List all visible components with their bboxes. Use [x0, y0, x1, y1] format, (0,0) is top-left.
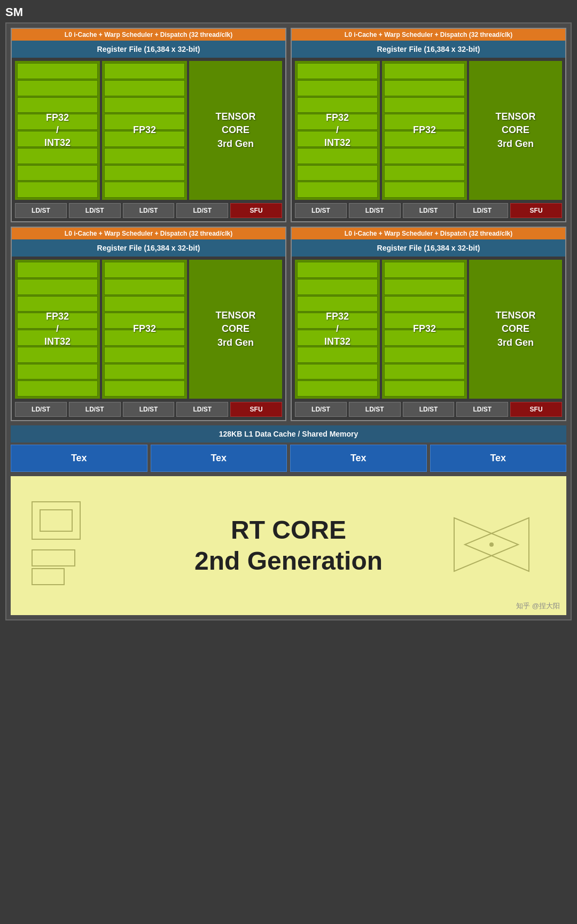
fp32-int32-col-2: FP32/INT32	[295, 61, 380, 200]
sfu-cell-1: SFU	[230, 203, 282, 218]
core-cell	[17, 80, 98, 96]
svg-rect-0	[32, 502, 80, 539]
core-cell	[297, 165, 378, 181]
core-cell	[104, 165, 185, 181]
fp32-int32-col-1: FP32/INT32	[15, 61, 100, 200]
page-wrapper: SM L0 i-Cache + Warp Scheduler + Dispatc…	[0, 0, 577, 620]
core-cell	[104, 63, 185, 79]
core-cell	[17, 279, 98, 295]
svg-point-6	[489, 542, 494, 547]
sub-proc-3: L0 i-Cache + Warp Scheduler + Dispatch (…	[11, 227, 286, 421]
ldst-cell-1: LD/ST	[15, 203, 67, 218]
ldst-cell-14: LD/ST	[349, 402, 401, 417]
sm-title: SM	[5, 5, 572, 19]
tensor-col-3: TENSORCORE3rd Gen	[189, 260, 282, 399]
core-cell	[384, 80, 465, 96]
core-cell	[384, 114, 465, 130]
tex-cell-4: Tex	[430, 445, 567, 472]
ldst-cell-10: LD/ST	[69, 402, 121, 417]
ldst-cell-2: LD/ST	[69, 203, 121, 218]
ldst-cell-8: LD/ST	[456, 203, 508, 218]
ldst-cell-6: LD/ST	[349, 203, 401, 218]
core-cell	[297, 97, 378, 113]
core-cell	[104, 364, 185, 380]
fp32-int32-col-3: FP32/INT32	[15, 260, 100, 399]
quad-grid: L0 i-Cache + Warp Scheduler + Dispatch (…	[11, 28, 566, 421]
svg-rect-2	[32, 550, 75, 566]
core-cell	[297, 381, 378, 397]
core-cell	[104, 114, 185, 130]
svg-rect-3	[32, 569, 64, 585]
core-cell	[297, 330, 378, 346]
sub-proc-1: L0 i-Cache + Warp Scheduler + Dispatch (…	[11, 28, 286, 222]
core-cell	[384, 165, 465, 181]
l0-bar-2: L0 i-Cache + Warp Scheduler + Dispatch (…	[292, 29, 565, 41]
reg-file-bar-2: Register File (16,384 x 32-bit)	[292, 41, 565, 58]
sfu-cell-4: SFU	[510, 402, 562, 417]
rt-shapes-left	[27, 496, 134, 595]
core-cell	[104, 296, 185, 312]
core-cell	[104, 131, 185, 147]
core-cell	[384, 347, 465, 363]
ldst-row-1: LD/ST LD/ST LD/ST LD/ST SFU	[12, 200, 285, 221]
rt-core-label: RT CORE 2nd Generation	[194, 515, 383, 576]
watermark: 知乎 @捏大阳	[516, 601, 560, 611]
sub-proc-4: L0 i-Cache + Warp Scheduler + Dispatch (…	[291, 227, 566, 421]
core-cell	[104, 182, 185, 198]
core-cell	[384, 296, 465, 312]
core-cell	[297, 364, 378, 380]
tensor-col-2: TENSORCORE3rd Gen	[469, 61, 562, 200]
ldst-cell-11: LD/ST	[123, 402, 175, 417]
core-cell	[384, 148, 465, 164]
fp32-int32-col-4: FP32/INT32	[295, 260, 380, 399]
ldst-row-3: LD/ST LD/ST LD/ST LD/ST SFU	[12, 399, 285, 420]
core-cell	[17, 296, 98, 312]
core-cell	[17, 262, 98, 278]
cores-section-1: FP32/INT32 FP32	[12, 58, 285, 200]
tex-row: Tex Tex Tex Tex	[11, 445, 566, 472]
core-cell	[297, 296, 378, 312]
ldst-cell-4: LD/ST	[176, 203, 228, 218]
core-cell	[104, 262, 185, 278]
core-cell	[297, 114, 378, 130]
fp32-col-3: FP32	[102, 260, 187, 399]
shared-memory-bar: 128KB L1 Data Cache / Shared Memory	[11, 425, 566, 442]
core-cell	[384, 131, 465, 147]
core-cell	[384, 262, 465, 278]
core-cell	[297, 262, 378, 278]
core-cell	[17, 330, 98, 346]
core-cell	[297, 313, 378, 329]
sfu-cell-2: SFU	[510, 203, 562, 218]
fp32-col-4: FP32	[382, 260, 467, 399]
ldst-cell-9: LD/ST	[15, 402, 67, 417]
ldst-cell-12: LD/ST	[176, 402, 228, 417]
tensor-col-4: TENSORCORE3rd Gen	[469, 260, 562, 399]
core-cell	[104, 330, 185, 346]
core-cell	[297, 347, 378, 363]
svg-rect-1	[40, 510, 72, 531]
core-cell	[17, 381, 98, 397]
fp32-col-2: FP32	[382, 61, 467, 200]
core-cell	[104, 80, 185, 96]
tensor-text-4: TENSORCORE3rd Gen	[495, 309, 535, 350]
ldst-cell-15: LD/ST	[403, 402, 455, 417]
tensor-col-1: TENSORCORE3rd Gen	[189, 61, 282, 200]
core-cell	[384, 381, 465, 397]
core-cell	[17, 364, 98, 380]
reg-file-bar-3: Register File (16,384 x 32-bit)	[12, 239, 285, 257]
ldst-cell-7: LD/ST	[403, 203, 455, 218]
core-cell	[17, 131, 98, 147]
core-cell	[384, 364, 465, 380]
core-cell	[384, 279, 465, 295]
core-cell	[17, 97, 98, 113]
core-cell	[104, 279, 185, 295]
core-cell	[297, 63, 378, 79]
core-cell	[297, 182, 378, 198]
ldst-row-4: LD/ST LD/ST LD/ST LD/ST SFU	[292, 399, 565, 420]
core-cell	[104, 148, 185, 164]
cores-section-4: FP32/INT32 FP32	[292, 257, 565, 399]
core-cell	[104, 313, 185, 329]
core-cell	[384, 63, 465, 79]
core-cell	[17, 182, 98, 198]
core-cell	[104, 381, 185, 397]
